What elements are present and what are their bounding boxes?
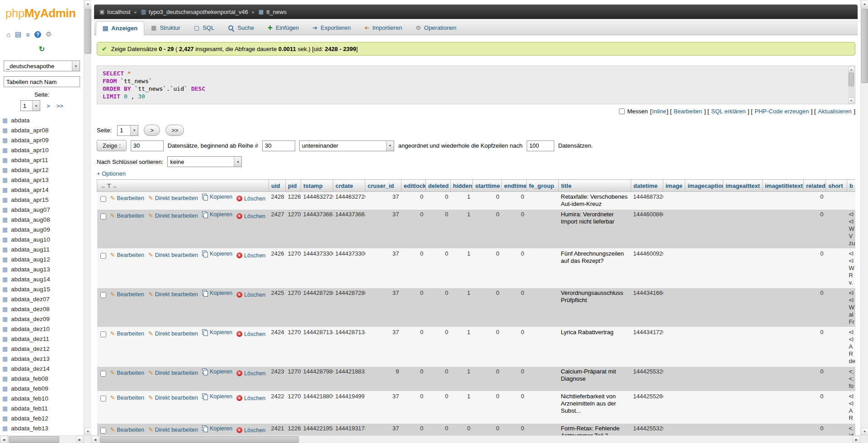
row-edit-action[interactable]: ✎Bearbeiten bbox=[110, 369, 144, 377]
sidebar-table-item[interactable]: ▦abdata_apr12 bbox=[0, 165, 84, 175]
move-columns-handle[interactable]: ←⊤→ bbox=[99, 183, 118, 189]
sidebar-table-item[interactable]: ▦abdata_feb11 bbox=[0, 403, 84, 413]
scroll-right-arrow[interactable]: ▶ bbox=[76, 436, 84, 443]
sort-column-link[interactable]: b bbox=[849, 182, 853, 189]
sort-column-link[interactable]: image bbox=[665, 182, 683, 189]
row-copy-action[interactable]: Kopieren bbox=[202, 393, 232, 400]
scroll-left-arrow[interactable]: ◀ bbox=[91, 436, 99, 443]
sidebar-table-item[interactable]: ▦abdata_aug13 bbox=[0, 264, 84, 274]
scroll-left-arrow[interactable]: ◀ bbox=[0, 436, 8, 443]
display-mode-select[interactable]: untereinander ▼ bbox=[299, 140, 394, 151]
sidebar-table-item[interactable]: ▦abdata_apr13 bbox=[0, 175, 84, 185]
sort-column-link[interactable]: short bbox=[828, 182, 843, 189]
sidebar-table-item[interactable]: ▦abdata_apr08 bbox=[0, 125, 84, 135]
row-delete-action[interactable]: ×Löschen bbox=[236, 427, 265, 434]
main-horizontal-scrollbar[interactable]: ◀ ▶ bbox=[91, 435, 860, 443]
sidebar-table-item[interactable]: ▦abdata_feb09 bbox=[0, 383, 84, 393]
table-filter-input[interactable] bbox=[4, 76, 80, 87]
options-toggle-link[interactable]: + Optionen bbox=[97, 170, 126, 177]
sidebar-table-item[interactable]: ▦abdata_dez11 bbox=[0, 334, 84, 344]
row-edit-action[interactable]: ✎Bearbeiten bbox=[110, 195, 144, 202]
row-edit-action[interactable]: ✎Bearbeiten bbox=[110, 212, 144, 219]
row-checkbox[interactable] bbox=[100, 214, 106, 219]
page-select[interactable]: 1 ▼ bbox=[117, 125, 138, 136]
sidebar-page-select[interactable]: 1 ▼ bbox=[20, 100, 40, 111]
sidebar-table-item[interactable]: ▦abdata_dez12 bbox=[0, 344, 84, 354]
row-copy-action[interactable]: Kopieren bbox=[202, 250, 232, 257]
query-link-explain-sql[interactable]: SQL erklären bbox=[711, 108, 745, 115]
sidebar-table-item[interactable]: ▦abdata_apr14 bbox=[0, 185, 84, 195]
sort-column-link[interactable]: imagetitletext bbox=[765, 182, 803, 189]
sidebar-table-item[interactable]: ▦abdata_dez10 bbox=[0, 324, 84, 334]
sidebar-last-page-link[interactable]: >> bbox=[57, 103, 63, 109]
sort-column-link[interactable]: title bbox=[561, 182, 571, 189]
tab-operations[interactable]: ⚙Operationen bbox=[409, 21, 463, 35]
sidebar-table-item[interactable]: ▦abdata_feb08 bbox=[0, 373, 84, 383]
scroll-up-arrow[interactable]: ▲ bbox=[848, 66, 854, 72]
query-link-edit[interactable]: Bearbeiten bbox=[674, 108, 702, 115]
breadcrumb-item[interactable]: ▣localhost bbox=[99, 9, 131, 15]
sidebar-table-item[interactable]: ▦abdata_apr10 bbox=[0, 145, 84, 155]
sidebar-table-item[interactable]: ▦abdata_dez14 bbox=[0, 364, 84, 373]
row-copy-action[interactable]: Kopieren bbox=[202, 211, 232, 218]
database-select[interactable]: _deutschesapothe ▼ bbox=[4, 61, 80, 71]
tab-search[interactable]: Suche bbox=[221, 21, 261, 35]
sidebar-table-item[interactable]: ▦abdata_apr15 bbox=[0, 195, 84, 205]
scroll-up-arrow[interactable]: ▲ bbox=[861, 0, 868, 8]
row-checkbox[interactable] bbox=[100, 331, 106, 337]
help-icon[interactable]: ? bbox=[34, 31, 41, 38]
refresh-icon[interactable]: ↻ bbox=[39, 45, 45, 53]
sidebar-table-item[interactable]: ▦abdata_aug10 bbox=[0, 234, 84, 244]
sidebar-table-item[interactable]: ▦abdata_feb12 bbox=[0, 413, 84, 423]
scroll-right-arrow[interactable]: ▶ bbox=[853, 436, 860, 443]
sidebar-table-item[interactable]: ▦abdata_dez08 bbox=[0, 304, 84, 314]
row-delete-action[interactable]: ×Löschen bbox=[236, 291, 265, 298]
sort-column-link[interactable]: editlock bbox=[404, 182, 426, 189]
row-delete-action[interactable]: ×Löschen bbox=[236, 195, 265, 202]
sidebar-table-item[interactable]: ▦abdata_aug15 bbox=[0, 284, 84, 294]
sidebar-horizontal-scrollbar[interactable]: ◀ ▶ bbox=[0, 435, 84, 443]
row-checkbox[interactable] bbox=[100, 428, 106, 434]
sidebar-table-item[interactable]: ▦abdata_aug11 bbox=[0, 244, 84, 254]
query-link-create-php-code[interactable]: PHP-Code erzeugen bbox=[755, 108, 809, 115]
row-checkbox[interactable] bbox=[100, 196, 106, 202]
profiling-checkbox[interactable] bbox=[619, 108, 625, 114]
row-copy-action[interactable]: Kopieren bbox=[202, 193, 232, 201]
row-edit-action[interactable]: ✎Bearbeiten bbox=[110, 394, 144, 401]
row-copy-action[interactable]: Kopieren bbox=[202, 368, 232, 375]
row-delete-action[interactable]: ×Löschen bbox=[236, 370, 265, 377]
row-delete-action[interactable]: ×Löschen bbox=[236, 213, 265, 220]
sort-column-link[interactable]: hidden bbox=[453, 182, 472, 189]
sort-column-link[interactable]: deleted bbox=[428, 182, 449, 189]
row-delete-action[interactable]: ×Löschen bbox=[236, 395, 265, 402]
row-inline-edit-action[interactable]: ✎Direkt bearbeiten bbox=[148, 252, 198, 259]
row-inline-edit-action[interactable]: ✎Direkt bearbeiten bbox=[148, 291, 198, 298]
sidebar-table-item[interactable]: ▦abdata bbox=[0, 115, 84, 125]
sort-column-link[interactable]: cruser_id bbox=[368, 182, 394, 189]
row-edit-action[interactable]: ✎Bearbeiten bbox=[110, 330, 144, 337]
scroll-down-arrow[interactable]: ▼ bbox=[84, 428, 92, 435]
sidebar-vertical-scrollbar[interactable]: ▲ ▼ bbox=[84, 0, 91, 435]
row-copy-action[interactable]: Kopieren bbox=[202, 289, 232, 297]
row-inline-edit-action[interactable]: ✎Direkt bearbeiten bbox=[148, 369, 198, 377]
scroll-up-arrow[interactable]: ▲ bbox=[84, 0, 92, 8]
sort-column-link[interactable]: tstamp bbox=[303, 182, 323, 189]
row-checkbox[interactable] bbox=[100, 253, 106, 259]
sort-column-link[interactable]: starttime bbox=[475, 182, 500, 189]
sort-column-link[interactable]: related bbox=[806, 182, 826, 189]
sql-scrollbar-thumb[interactable] bbox=[849, 73, 854, 86]
row-edit-action[interactable]: ✎Bearbeiten bbox=[110, 291, 144, 298]
sql-box-scrollbar[interactable]: ▲ ▼ bbox=[848, 66, 854, 103]
start-row-input[interactable] bbox=[262, 140, 295, 151]
tab-export[interactable]: ➔Exportieren bbox=[306, 21, 357, 35]
sidebar-table-item[interactable]: ▦abdata_feb10 bbox=[0, 393, 84, 403]
row-inline-edit-action[interactable]: ✎Direkt bearbeiten bbox=[148, 212, 198, 219]
sort-column-link[interactable]: fe_group bbox=[529, 182, 554, 189]
row-copy-action[interactable]: Kopieren bbox=[202, 329, 232, 336]
last-page-button[interactable]: >> bbox=[165, 125, 184, 136]
sidebar-table-item[interactable]: ▦abdata_feb13 bbox=[0, 423, 84, 433]
sidebar-table-item[interactable]: ▦abdata_aug07 bbox=[0, 205, 84, 215]
sort-column-link[interactable]: imagecaption bbox=[688, 182, 723, 189]
sidebar-table-item[interactable]: ▦abdata_dez13 bbox=[0, 354, 84, 364]
row-inline-edit-action[interactable]: ✎Direkt bearbeiten bbox=[148, 195, 198, 202]
